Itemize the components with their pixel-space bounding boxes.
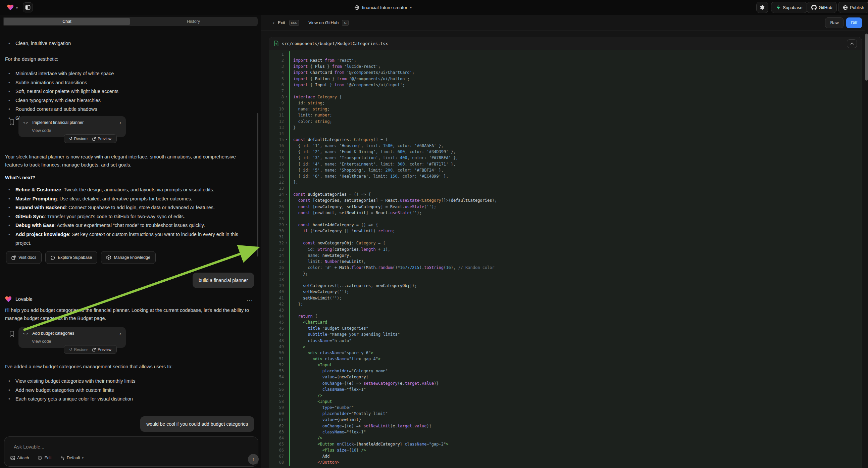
code-text: interface Category { bbox=[289, 94, 862, 100]
line-number: 54 bbox=[269, 374, 284, 380]
fold-chevron-icon[interactable]: ▾ bbox=[284, 192, 289, 197]
sidebar-toggle-button[interactable] bbox=[23, 2, 33, 12]
composer-input[interactable]: Ask Lovable... bbox=[14, 444, 44, 449]
line-number: 64 bbox=[269, 435, 284, 441]
line-number: 6 bbox=[269, 82, 284, 88]
raw-toggle-button[interactable]: Raw bbox=[825, 18, 843, 28]
code-line: 51 <div className="flex gap-4"> bbox=[269, 356, 862, 362]
restore-button[interactable]: ↺ Restore bbox=[69, 136, 88, 141]
send-arrow-icon: ↑ bbox=[252, 457, 255, 462]
preview-button[interactable]: Preview bbox=[92, 348, 112, 351]
code-line: 20 { id: '5', name: 'Shopping', limit: 2… bbox=[269, 167, 862, 173]
line-number: 23 bbox=[269, 185, 284, 192]
code-line: 57 /> bbox=[269, 392, 862, 399]
code-text: <ChartCard bbox=[289, 319, 862, 325]
send-button[interactable]: ↑ bbox=[248, 454, 259, 465]
line-number: 56 bbox=[269, 386, 284, 392]
fold-gutter bbox=[284, 185, 289, 192]
file-header[interactable]: src/components/budget/BudgetCategories.t… bbox=[269, 37, 862, 50]
publish-button[interactable]: Publish bbox=[838, 2, 868, 13]
fold-chevron-icon[interactable]: ▾ bbox=[284, 137, 289, 143]
project-switcher[interactable]: financial-future-creator ▾ bbox=[354, 0, 412, 15]
fold-gutter bbox=[284, 57, 289, 63]
fold-chevron-icon[interactable]: ▾ bbox=[284, 94, 289, 100]
fold-gutter bbox=[284, 100, 289, 106]
preview-button[interactable]: Preview bbox=[92, 137, 112, 141]
lovable-heart-icon bbox=[5, 295, 12, 303]
code-text: return ( bbox=[289, 313, 862, 319]
code-text bbox=[289, 185, 862, 192]
supabase-button[interactable]: Supabase bbox=[771, 2, 807, 13]
scrollbar-thumb[interactable] bbox=[865, 34, 868, 81]
edit-mode-button[interactable]: Edit bbox=[38, 456, 52, 460]
github-button[interactable]: GitHub bbox=[807, 2, 837, 13]
esc-key-badge: ESC bbox=[289, 20, 299, 26]
code-line: 38 bbox=[269, 276, 862, 283]
bookmark-icon[interactable] bbox=[9, 331, 14, 337]
line-number: 57 bbox=[269, 392, 284, 399]
edit-card-implement-planner[interactable]: <> Implement financial planner › View co… bbox=[19, 116, 126, 137]
fold-gutter bbox=[284, 197, 289, 203]
diff-toggle-button[interactable]: Diff bbox=[846, 18, 862, 28]
line-number: 3 bbox=[269, 63, 284, 69]
fold-gutter bbox=[284, 405, 289, 411]
edit-card-add-budget-categories[interactable]: <> Add budget categories › View code bbox=[19, 327, 126, 348]
code-line: 4import ChartCard from '@/components/ui/… bbox=[269, 69, 862, 76]
fold-gutter bbox=[284, 149, 289, 155]
assistant-header: Lovable bbox=[5, 295, 33, 303]
line-number: 63 bbox=[269, 429, 284, 435]
view-code-link[interactable]: View code bbox=[32, 128, 121, 133]
tab-chat[interactable]: Chat bbox=[4, 18, 130, 25]
collapse-file-button[interactable] bbox=[847, 39, 857, 48]
lovable-logo-icon[interactable] bbox=[7, 4, 14, 11]
fold-gutter bbox=[284, 459, 289, 465]
view-on-github-link[interactable]: View on GitHub bbox=[308, 20, 339, 25]
code-line: 3import { Plus } from 'lucide-react'; bbox=[269, 63, 862, 69]
back-chevron-icon[interactable]: ‹ bbox=[273, 20, 275, 26]
tab-history[interactable]: History bbox=[130, 18, 257, 25]
code-line: 10 name: string; bbox=[269, 106, 862, 112]
line-number: 36 bbox=[269, 265, 284, 271]
logo-caret-icon[interactable]: ▾ bbox=[16, 6, 18, 10]
file-path: src/components/budget/BudgetCategories.t… bbox=[282, 41, 388, 46]
added-bullet-list: View existing budget categories with the… bbox=[5, 377, 253, 404]
fold-chevron-icon[interactable]: ▾ bbox=[284, 240, 289, 246]
code-line: 2import React from 'react'; bbox=[269, 57, 862, 63]
bookmark-icon[interactable] bbox=[9, 119, 14, 125]
code-text: value={newLimit} bbox=[289, 417, 862, 423]
manage-knowledge-button[interactable]: Manage knowledge bbox=[101, 251, 155, 264]
publish-label: Publish bbox=[850, 5, 864, 10]
code-text: placeholder="Monthly limit" bbox=[289, 411, 862, 417]
line-number: 27 bbox=[269, 210, 284, 216]
view-code-link[interactable]: View code bbox=[32, 339, 121, 344]
attach-button[interactable]: Attach bbox=[10, 456, 29, 460]
code-line: 7 bbox=[269, 88, 862, 94]
settings-button[interactable] bbox=[756, 2, 768, 13]
fold-gutter bbox=[284, 386, 289, 392]
fold-chevron-icon[interactable]: ▾ bbox=[284, 222, 289, 228]
fold-gutter bbox=[284, 130, 289, 137]
code-text: }; bbox=[289, 271, 862, 276]
code-text: setCategories([...categories, newCategor… bbox=[289, 283, 862, 289]
code-line: 61 value={newLimit} bbox=[269, 417, 862, 423]
whats-next-heading: What's next? bbox=[5, 175, 35, 180]
chat-scrollbar[interactable] bbox=[257, 113, 258, 257]
exit-button[interactable]: Exit bbox=[278, 20, 285, 25]
code-editor[interactable]: 12import React from 'react';3import { Pl… bbox=[269, 50, 862, 468]
code-text bbox=[289, 307, 862, 313]
design-intro-text: For the design aesthetic: bbox=[5, 55, 58, 63]
code-text: color: '#' + Math.floor(Math.random()*16… bbox=[289, 265, 862, 271]
code-line: 37 }; bbox=[269, 271, 862, 276]
message-menu-button[interactable]: ... bbox=[247, 296, 253, 302]
code-text: name: string; bbox=[289, 106, 862, 112]
code-text: Add bbox=[289, 453, 862, 459]
chevron-right-icon: › bbox=[119, 120, 121, 125]
line-number: 45 bbox=[269, 319, 284, 325]
code-text: type="number" bbox=[289, 405, 862, 411]
visit-docs-button[interactable]: Visit docs bbox=[6, 251, 41, 264]
page-scrollbar[interactable] bbox=[865, 15, 868, 468]
model-selector[interactable]: Default ▾ bbox=[60, 456, 84, 460]
restore-button[interactable]: ↺ Restore bbox=[69, 347, 88, 352]
explore-supabase-button[interactable]: Explore Supabase bbox=[45, 251, 97, 264]
list-item: Add new budget categories with custom li… bbox=[5, 386, 253, 395]
